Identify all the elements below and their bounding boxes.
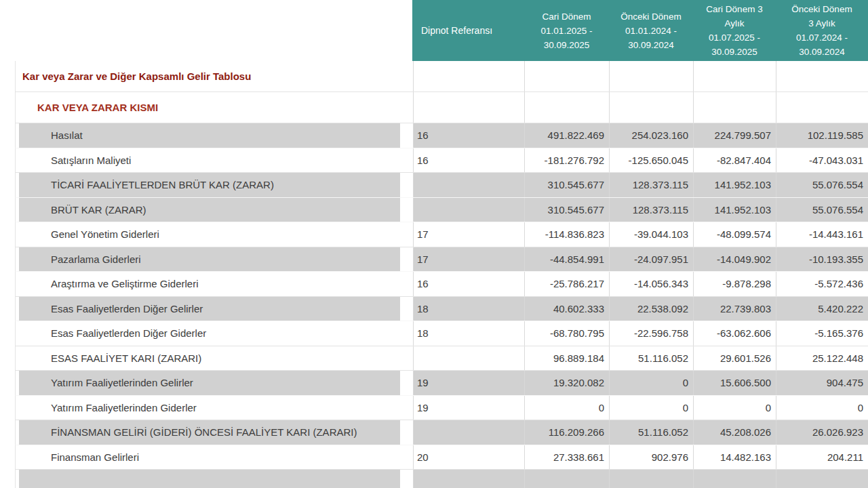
- row-value: -68.780.795: [524, 321, 609, 346]
- row-dipnot: [413, 470, 524, 488]
- row-dipnot: 20: [413, 445, 524, 470]
- financial-statement-table: Dipnot Referansı Cari Dönem 01.01.2025 -…: [0, 0, 868, 488]
- row-label: Pazarlama Giderleri: [19, 247, 400, 272]
- row-value: 141.952.103: [693, 198, 776, 222]
- row-value: 310.545.677: [524, 198, 609, 222]
- table-row: ESAS FAALİYET KARI (ZARARI) 96.889.184 5…: [15, 346, 868, 371]
- row-dipnot: [413, 92, 524, 123]
- row-value: 15.606.500: [693, 371, 776, 395]
- row-value: 55.076.554: [776, 198, 868, 222]
- row-value: [524, 92, 609, 123]
- table-row: Esas Faaliyetlerden Diğer Giderler 18 -6…: [15, 321, 868, 346]
- row-value: [609, 61, 693, 92]
- row-value: -47.043.031: [776, 148, 868, 173]
- row-value: 40.602.333: [524, 297, 609, 321]
- header-cell-cari-donem: Cari Dönem 01.01.2025 - 30.09.2025: [524, 0, 609, 61]
- table-row: Pazarlama Giderleri 17 -44.854.991 -24.0…: [15, 247, 868, 272]
- row-value: 224.799.507: [693, 123, 776, 148]
- row-label: BRÜT KAR (ZARAR): [19, 198, 400, 222]
- row-value: 0: [693, 396, 776, 420]
- row-value: 96.889.184: [524, 346, 609, 371]
- row-dipnot: [413, 173, 524, 197]
- table-row: Hasılat 16 491.822.469 254.023.160 224.7…: [15, 123, 868, 148]
- row-label: Yatırım Faaliyetlerinden Gelirler: [19, 371, 400, 395]
- row-label: Kar veya Zarar ve Diğer Kapsamlı Gelir T…: [19, 61, 400, 92]
- row-value: [609, 92, 693, 123]
- table-body: Kar veya Zarar ve Diğer Kapsamlı Gelir T…: [0, 61, 868, 488]
- row-value: 254.023.160: [609, 123, 693, 148]
- row-value: -181.276.792: [524, 148, 609, 173]
- row-value: -5.165.376: [776, 321, 868, 346]
- header-cell-cari-donem-3-aylik: Cari Dönem 3 Aylık 01.07.2025 - 30.09.20…: [693, 0, 776, 61]
- row-value: 19.320.082: [524, 371, 609, 395]
- row-value: [776, 470, 868, 488]
- row-value: 29.601.526: [693, 346, 776, 371]
- table-row: Satışların Maliyeti 16 -181.276.792 -125…: [15, 148, 868, 174]
- row-value: 0: [776, 396, 868, 420]
- row-label: Esas Faaliyetlerden Diğer Giderler: [19, 321, 400, 346]
- row-label: Satışların Maliyeti: [19, 148, 400, 173]
- row-value: -14.049.902: [693, 247, 776, 272]
- row-value: 204.211: [776, 445, 868, 470]
- row-dipnot: 19: [413, 396, 524, 420]
- row-value: -82.847.404: [693, 148, 776, 173]
- row-value: 904.475: [776, 371, 868, 395]
- row-value: 27.338.661: [524, 445, 609, 470]
- row-value: 45.208.026: [693, 420, 776, 445]
- row-dipnot: 18: [413, 297, 524, 321]
- row-value: [776, 92, 868, 123]
- row-value: 0: [609, 371, 693, 395]
- row-value: -125.650.045: [609, 148, 693, 173]
- table-row: Yatırım Faaliyetlerinden Giderler 19 0 0…: [15, 396, 868, 421]
- row-label: Hasılat: [19, 123, 400, 148]
- row-label: FİNANSMAN GELİRİ (GİDERİ) ÖNCESİ FAALİYE…: [19, 420, 400, 445]
- row-value: 51.116.052: [609, 420, 693, 445]
- row-value: 22.538.092: [609, 297, 693, 321]
- row-dipnot: 17: [413, 222, 524, 247]
- row-value: 102.119.585: [776, 123, 868, 148]
- row-label: [19, 470, 400, 488]
- row-value: -14.443.161: [776, 222, 868, 247]
- row-value: [776, 61, 868, 92]
- row-value: 51.116.052: [609, 346, 693, 371]
- row-value: 116.209.266: [524, 420, 609, 445]
- row-value: [693, 92, 776, 123]
- row-dipnot: [413, 61, 524, 92]
- row-value: -25.786.217: [524, 272, 609, 296]
- row-label: Finansman Gelirleri: [19, 445, 400, 470]
- row-label: Esas Faaliyetlerden Diğer Gelirler: [19, 297, 400, 321]
- row-dipnot: 18: [413, 321, 524, 346]
- row-label: ESAS FAALİYET KARI (ZARARI): [19, 346, 400, 371]
- table-row: Genel Yönetim Giderleri 17 -114.836.823 …: [15, 222, 868, 247]
- row-label: Genel Yönetim Giderleri: [19, 222, 400, 247]
- row-value: -24.097.951: [609, 247, 693, 272]
- row-value: 14.482.163: [693, 445, 776, 470]
- row-value: [609, 470, 693, 488]
- header-cell-dipnot-referansi: Dipnot Referansı: [412, 0, 524, 61]
- row-value: -39.044.103: [609, 222, 693, 247]
- row-value: -5.572.436: [776, 272, 868, 296]
- row-value: -114.836.823: [524, 222, 609, 247]
- row-value: 55.076.554: [776, 173, 868, 197]
- header-cell-onceki-donem: Önceki Dönem 01.01.2024 - 30.09.2024: [609, 0, 693, 61]
- row-dipnot: [413, 420, 524, 445]
- row-label: TİCARİ FAALİYETLERDEN BRÜT KAR (ZARAR): [19, 173, 400, 197]
- row-value: -9.878.298: [693, 272, 776, 296]
- row-value: -14.056.343: [609, 272, 693, 296]
- table-row: Kar veya Zarar ve Diğer Kapsamlı Gelir T…: [15, 61, 868, 92]
- row-value: -48.099.574: [693, 222, 776, 247]
- row-value: 26.026.923: [776, 420, 868, 445]
- row-value: 0: [609, 396, 693, 420]
- row-value: -44.854.991: [524, 247, 609, 272]
- row-value: 25.122.448: [776, 346, 868, 371]
- row-dipnot: 16: [413, 148, 524, 173]
- row-value: 5.420.222: [776, 297, 868, 321]
- row-value: -63.062.606: [693, 321, 776, 346]
- row-value: 902.976: [609, 445, 693, 470]
- row-value: 128.373.115: [609, 173, 693, 197]
- table-row: [15, 470, 868, 488]
- row-dipnot: [413, 198, 524, 222]
- row-value: 0: [524, 396, 609, 420]
- table-row: Finansman Gelirleri 20 27.338.661 902.97…: [15, 445, 868, 470]
- row-value: 22.739.803: [693, 297, 776, 321]
